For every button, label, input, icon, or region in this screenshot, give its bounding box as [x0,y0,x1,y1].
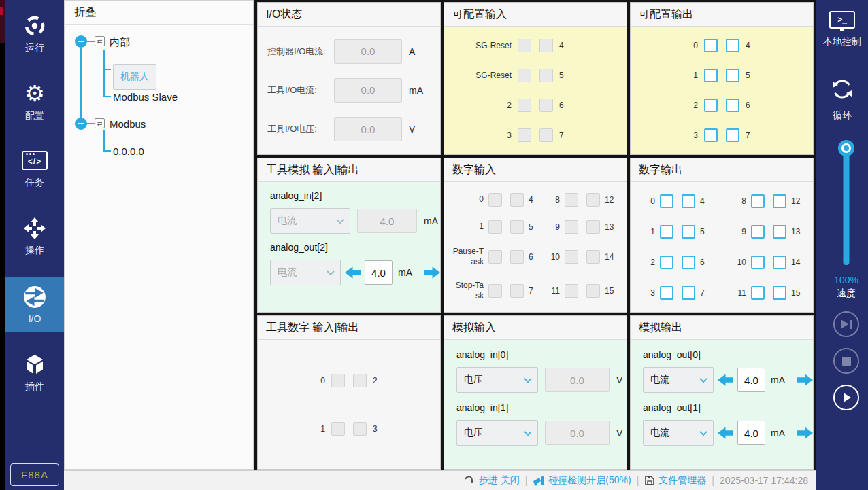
analog-out-0-mode-select[interactable]: 电流 [643,367,714,393]
tool-analog-out-mode-select: 电流 [270,260,341,285]
tool-analog-out-value[interactable]: 4.0 [365,260,393,285]
play-icon [844,393,851,402]
local-control-label: 本地控制 [823,36,861,48]
step-mode-status[interactable]: 步进 关闭 [464,474,520,487]
speed-slider-handle[interactable] [838,140,854,156]
digital-output-checkbox[interactable] [660,286,673,300]
digital-output-checkbox[interactable] [682,194,695,208]
config-output-checkbox[interactable] [704,39,718,52]
digital-input-row: 15 913 [444,220,627,234]
config-output-checkbox[interactable] [726,128,739,142]
skip-bar-icon [850,320,852,329]
decrease-arrow-button[interactable] [718,427,733,439]
digital-input-label: 12 [605,195,618,205]
collision-detection-status[interactable]: 碰撞检测开启(50%) [533,474,631,487]
tree-collapse-toggle-modbus[interactable] [75,118,87,130]
analog-in-0-mode-select[interactable]: 电压 [456,367,538,393]
sidebar-item-plugin[interactable]: 插件 [5,345,64,400]
panel-title: 数字输入 [444,158,627,182]
config-output-checkbox[interactable] [704,99,718,112]
digital-output-checkbox[interactable] [773,286,786,300]
tree-node-modbus[interactable]: Modbus [110,118,146,130]
digital-output-checkbox[interactable] [682,286,695,300]
controller-io-current-value: 0.0 [334,39,402,64]
digital-input-label: Stop-Task [452,281,484,301]
stop-button[interactable] [833,348,859,374]
play-button[interactable] [833,385,859,410]
tree-collapse-toggle-internal[interactable] [75,35,87,48]
increase-arrow-button[interactable] [424,266,440,279]
digital-output-checkbox[interactable] [773,194,786,208]
digital-output-label: 3 [639,288,655,298]
digital-input-row: Stop-Task7 1115 [444,281,627,301]
digital-input-checkbox [586,220,600,234]
tree-node-modbus-slave[interactable]: Modbus Slave [113,91,178,103]
analog-out-0-value[interactable]: 4.0 [737,368,765,392]
tool-digital-row: 1 3 [258,422,440,436]
tree-node-internal[interactable]: 内部 [110,36,130,49]
tool-analog-in-label: analog_in[2] [258,190,440,201]
screen-edge-strip [0,0,5,490]
digital-output-checkbox[interactable] [660,256,673,269]
robot-id-badge[interactable]: F88A [10,463,59,486]
digital-input-checkbox [586,250,600,264]
digital-output-checkbox[interactable] [660,194,673,208]
config-output-checkbox[interactable] [726,39,739,52]
config-output-checkbox[interactable] [704,128,718,142]
sidebar-item-task[interactable]: </> 任务 [5,141,64,196]
digital-output-checkbox[interactable] [773,256,786,269]
tool-digital-checkbox [331,422,345,436]
digital-output-checkbox[interactable] [660,225,673,239]
digital-output-checkbox[interactable] [751,225,765,239]
digital-output-checkbox[interactable] [773,225,786,239]
panel-tool-analog-io: 工具模拟 输入|输出 analog_in[2] 电流 4.0 mA analog… [257,158,441,313]
tree-collapse-header[interactable]: 折叠 [65,1,253,25]
sidebar-item-operate[interactable]: 操作 [5,209,64,264]
io-status-label: 工具I/O电流: [267,84,334,97]
panel-title: 可配置输出 [631,3,813,27]
speed-slider-track[interactable] [844,148,850,265]
config-output-checkbox[interactable] [704,69,718,82]
analog-in-0-label: analog_in[0] [444,349,627,360]
digital-input-checkbox [510,193,524,207]
digital-output-checkbox[interactable] [682,225,695,239]
tree-node-robot[interactable]: 机器人 [113,64,156,90]
config-input-label: 7 [559,130,618,140]
tree-connector [80,48,82,124]
unit-label: mA [771,374,785,385]
increase-arrow-button[interactable] [797,427,813,439]
digital-input-checkbox [510,250,524,264]
config-output-checkbox[interactable] [726,99,739,112]
sidebar-item-run[interactable]: 运行 [5,7,64,61]
analog-in-1-label: analog_in[1] [444,402,627,413]
left-sidebar: 运行 ⚙ 配置 </> 任务 操作 [5,0,64,490]
digital-output-checkbox[interactable] [751,194,765,208]
config-output-label: 0 [639,41,698,50]
sidebar-item-config[interactable]: ⚙ 配置 [5,75,64,129]
sidebar-item-io[interactable]: I/O [5,277,64,332]
config-input-row: SG-Reset 5 [444,69,627,82]
digital-input-label: 1 [452,222,484,232]
loop-label: 循环 [833,109,852,122]
tree-node-icon: ⇄ [95,118,105,128]
decrease-arrow-button[interactable] [718,374,733,386]
digital-output-checkbox[interactable] [751,286,765,300]
step-forward-button[interactable] [833,311,859,337]
panel-title: I/O状态 [258,3,440,27]
decrease-arrow-button[interactable] [345,266,361,279]
local-control-button[interactable]: >_ 本地控制 [816,11,868,48]
file-manager-link[interactable]: 文件管理器 [644,474,706,487]
analog-out-1-value[interactable]: 4.0 [737,421,765,445]
config-output-checkbox[interactable] [726,69,739,82]
analog-in-1-mode-select[interactable]: 电压 [456,420,538,446]
digital-output-checkbox[interactable] [751,256,765,269]
chevron-down-icon [336,216,344,224]
digital-input-label: 0 [452,194,484,205]
unit-label: A [409,46,415,57]
increase-arrow-button[interactable] [797,374,813,386]
tree-node-ip[interactable]: 0.0.0.0 [113,145,144,157]
digital-output-checkbox[interactable] [682,256,695,269]
analog-in-0-value: 0.0 [545,368,610,392]
analog-out-1-mode-select[interactable]: 电流 [643,420,714,446]
loop-button[interactable]: 循环 [816,76,868,122]
